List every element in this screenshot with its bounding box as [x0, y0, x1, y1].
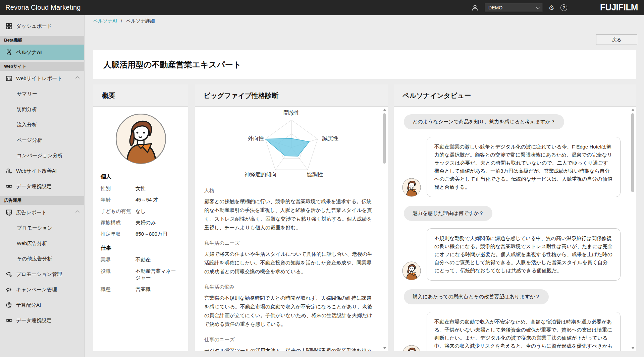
profile-row-income: 推定年収 650～800万円 — [101, 231, 181, 237]
sidebar-item-page-analysis[interactable]: ページ分析 — [0, 132, 84, 148]
ad-report-icon — [5, 209, 13, 216]
field-label: 役職 — [101, 268, 136, 281]
sidebar-item-summary[interactable]: サマリー — [0, 86, 84, 102]
radar-axis-label-neuroticism: 神経症的傾向 — [245, 171, 277, 178]
work-section-header: 仕事 — [101, 245, 181, 252]
page-title-band: 人脈活用型の不動産営業エキスパート — [93, 50, 636, 79]
scroll-down-arrow[interactable] — [632, 347, 634, 349]
profile-row-gender: 性別 女性 — [101, 185, 181, 192]
section-body-private-worries: 営業職の不規則な勤務時間で夫との時間が取れず、夫婦関係の維持に課題を感じている。… — [204, 294, 374, 329]
field-label: 年齢 — [101, 196, 136, 203]
gear-icon[interactable]: ⚙ — [548, 4, 554, 11]
scrollbar-thumb[interactable] — [383, 113, 386, 164]
sidebar-item-visit-analysis[interactable]: 訪問分析 — [0, 102, 84, 117]
interview-answer-bubble: 不動産営業の激しい競争とデジタル化の波に疲れている今、F Edge Hotelは… — [427, 137, 621, 197]
sidebar-item-label: プロモーション — [17, 225, 53, 231]
dashboard-icon — [5, 22, 13, 30]
field-label: 子どもの有無 — [101, 208, 136, 215]
radar-axis-label-extraversion: 外向性 — [248, 135, 264, 142]
field-label: 業界 — [101, 256, 136, 263]
sidebar-item-other-ad-analysis[interactable]: その他広告分析 — [0, 251, 84, 266]
sidebar-item-label: ページ分析 — [17, 137, 42, 143]
big-five-scrollbar[interactable] — [382, 108, 387, 350]
field-value: 不動産営業マネージャー — [136, 268, 181, 281]
link-icon — [5, 183, 13, 190]
sidebar-item-conversion-analysis[interactable]: コンバージョン分析 — [0, 148, 84, 163]
breadcrumb-current: ペルソナ詳細 — [126, 18, 155, 23]
sidebar-item-data-link-settings-web[interactable]: データ連携設定 — [0, 179, 84, 194]
interview-question-bubble: 購入にあたっての懸念点とその改善要望はありますか？ — [404, 289, 549, 304]
interview-panel-header: ペルソナインタビュー — [394, 84, 636, 107]
scroll-down-arrow[interactable] — [383, 347, 386, 349]
app-title: Revoria Cloud Marketing — [5, 4, 81, 11]
chevron-up-icon — [75, 211, 79, 214]
section-body-private-needs: 夫婦で将来の住まいや生活スタイルについて具体的に話し合い、老後の生活設計を明確に… — [204, 250, 374, 276]
field-value: 650～800万円 — [136, 231, 167, 237]
field-value: 営業職 — [136, 286, 151, 293]
back-button[interactable]: 戻る — [596, 35, 637, 45]
sidebar-item-data-link-settings-ad[interactable]: データ連携設定 — [0, 313, 84, 328]
sidebar-item-promotion[interactable]: プロモーション — [0, 220, 84, 236]
sidebar-item-label: 予算配分AI — [16, 302, 41, 308]
overview-panel-header: 概要 — [93, 84, 188, 107]
top-header-bar: Revoria Cloud Marketing DEMO ⚙ ? FUJIFIL… — [0, 0, 644, 15]
interview-answer-row: 不規則な勤務で夫婦関係に課題を感じている中、質の高い温泉旅行は関係修復の良い機会… — [402, 228, 621, 281]
interview-answer-row: 不動産営業の激しい競争とデジタル化の波に疲れている今、F Edge Hotelは… — [402, 137, 621, 197]
section-heading-personality: 人格 — [204, 187, 374, 194]
section-body-work-needs: デジタル営業ツールの活用方法と、従来の人間関係重視の営業手法を組み合わせた新しい… — [204, 346, 374, 351]
interview-question-bubble: 魅力を感じた理由は何ですか？ — [404, 206, 492, 221]
sidebar-item-label: データ連携設定 — [16, 317, 52, 324]
sidebar-item-label: キャンペーン管理 — [16, 287, 57, 293]
scroll-up-arrow[interactable] — [632, 109, 634, 111]
sidebar-item-label: その他広告分析 — [17, 256, 52, 262]
field-value: 不動産 — [136, 256, 151, 263]
radar-axis-label-conscientiousness: 誠実性 — [322, 135, 338, 142]
big-five-panel-body: 開放性 誠実性 協調性 神経症的傾向 外向性 人格 顧客との接触を積極的に行い、… — [195, 107, 388, 351]
page-title: 人脈活用型の不動産営業エキスパート — [103, 59, 241, 70]
sidebar-item-budget-allocation-ai[interactable]: 予算配分AI — [0, 297, 84, 313]
radar-svg — [195, 107, 383, 180]
radar-axis-label-openness: 開放性 — [283, 110, 300, 117]
sidebar-section-label: Beta機能 — [4, 37, 22, 43]
sidebar-item-label: 流入分析 — [17, 122, 37, 128]
sidebar-item-label: 広告レポート — [16, 210, 47, 216]
scrollbar-thumb[interactable] — [631, 113, 634, 192]
field-value: なし — [136, 208, 146, 215]
sidebar-item-inflow-analysis[interactable]: 流入分析 — [0, 117, 84, 132]
interview-scrollbar[interactable] — [631, 108, 635, 350]
scroll-up-arrow[interactable] — [383, 109, 386, 111]
sidebar-item-campaign-management[interactable]: キャンペーン管理 — [0, 282, 84, 297]
pie-sparkle-icon — [5, 301, 13, 309]
sidebar-item-ad-report[interactable]: 広告レポート — [0, 205, 84, 220]
personal-section-header: 個人 — [101, 173, 181, 180]
profile-row-jobtype: 職種 営業職 — [101, 286, 181, 293]
help-icon[interactable]: ? — [560, 4, 567, 11]
sidebar-item-promotion-management[interactable]: プロモーション管理 — [0, 266, 84, 282]
sidebar-item-website-improve-ai[interactable]: Webサイト改善AI — [0, 163, 84, 179]
breadcrumb-parent-link[interactable]: ペルソナAI — [93, 18, 117, 23]
sidebar-item-label: ダッシュボード — [16, 23, 52, 29]
tenant-select-value: DEMO — [488, 5, 502, 10]
sidebar-item-dashboard[interactable]: ダッシュボード — [0, 18, 84, 34]
field-label: 家族構成 — [101, 219, 136, 226]
radar-axis-label-agreeableness: 協調性 — [307, 171, 323, 178]
section-body-personality: 顧客との接触を積極的に行い、競争的な営業環境で成果を追求する。伝統的な不動産取引… — [204, 197, 374, 232]
megaphone-gear-icon — [5, 271, 13, 278]
interview-question-bubble: どのようなシーンで商品を知り、魅力を感じると考えますか？ — [404, 114, 564, 129]
tenant-select[interactable]: DEMO — [485, 3, 542, 12]
sidebar-item-label: コンバージョン分析 — [17, 153, 63, 159]
sidebar-item-label: プロモーション管理 — [16, 271, 62, 278]
sidebar-item-web-ad-analysis[interactable]: Web広告分析 — [0, 236, 84, 251]
field-value: 45～54 才 — [136, 196, 158, 203]
report-chart-icon — [5, 75, 13, 82]
user-icon[interactable] — [471, 4, 479, 11]
interview-answer-row: 不動産市場の変動で収入が不安定なため、高額な宿泊費は時期を選ぶ必要がある。子供が… — [402, 312, 621, 351]
sidebar-section-website: Webサイト — [0, 62, 84, 71]
sidebar-item-persona-ai[interactable]: ペルソナAI — [0, 45, 84, 60]
sidebar-item-website-report[interactable]: Webサイトレポート — [0, 71, 84, 86]
profile-row-children: 子どもの有無 なし — [101, 208, 181, 215]
interview-panel: ペルソナインタビュー どのようなシーンで商品を知り、魅力を感じると考えますか？ … — [394, 84, 636, 351]
profile-row-position: 役職 不動産営業マネージャー — [101, 268, 181, 281]
fujifilm-logo: FUJIFILM — [600, 2, 638, 13]
profile-row-family: 家族構成 夫婦のみ — [101, 219, 181, 226]
